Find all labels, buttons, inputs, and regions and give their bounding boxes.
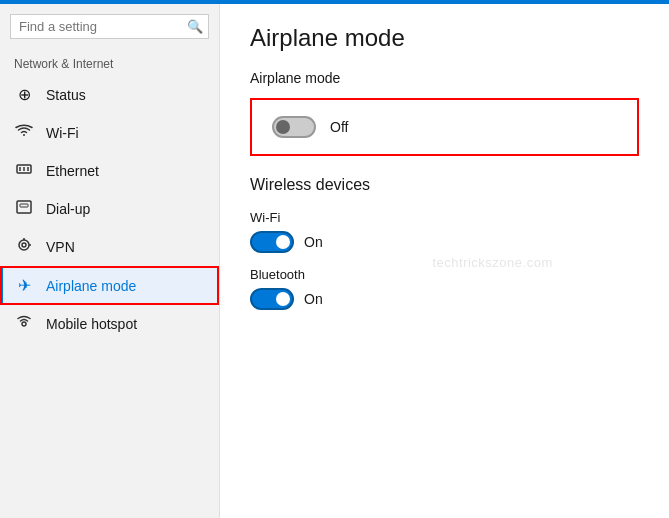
wifi-wireless-item: Wi-Fi On [250, 210, 639, 253]
sidebar-section-label: Network & Internet [0, 49, 219, 75]
sidebar-item-ethernet[interactable]: Ethernet [0, 152, 219, 190]
ethernet-icon [14, 162, 34, 180]
bluetooth-wireless-label: Bluetooth [250, 267, 639, 282]
wireless-section-title: Wireless devices [250, 176, 639, 194]
sidebar-item-label: Airplane mode [46, 278, 136, 294]
vpn-icon [14, 238, 34, 256]
bluetooth-toggle[interactable] [250, 288, 294, 310]
sidebar-item-label: Ethernet [46, 163, 99, 179]
sidebar-item-label: Status [46, 87, 86, 103]
page-title: Airplane mode [250, 24, 639, 52]
content-area: techtrickszone.com Airplane mode Airplan… [220, 4, 669, 518]
dialup-icon [14, 200, 34, 218]
airplane-toggle-section: Off [250, 98, 639, 156]
wifi-toggle-row: On [250, 231, 639, 253]
search-box[interactable]: 🔍 [10, 14, 209, 39]
svg-point-6 [19, 240, 29, 250]
wifi-wireless-label: Wi-Fi [250, 210, 639, 225]
wifi-toggle-label: On [304, 234, 323, 250]
search-icon: 🔍 [187, 19, 203, 34]
airplane-mode-toggle[interactable] [272, 116, 316, 138]
svg-rect-5 [20, 204, 28, 207]
bluetooth-toggle-thumb [276, 292, 290, 306]
airplane-toggle-label: Off [330, 119, 348, 135]
svg-point-10 [22, 322, 26, 326]
wifi-toggle[interactable] [250, 231, 294, 253]
airplane-icon: ✈ [14, 276, 34, 295]
bluetooth-toggle-row: On [250, 288, 639, 310]
svg-point-7 [22, 243, 26, 247]
wifi-icon [14, 124, 34, 142]
bluetooth-wireless-item: Bluetooth On [250, 267, 639, 310]
sidebar-item-hotspot[interactable]: Mobile hotspot [0, 305, 219, 343]
sidebar-item-label: Dial-up [46, 201, 90, 217]
airplane-section-title: Airplane mode [250, 70, 639, 86]
toggle-thumb [276, 120, 290, 134]
sidebar: 🔍 Network & Internet ⊕ Status Wi-Fi [0, 4, 220, 518]
sidebar-item-airplane[interactable]: ✈ Airplane mode [0, 266, 219, 305]
sidebar-item-label: Mobile hotspot [46, 316, 137, 332]
search-input[interactable] [19, 19, 187, 34]
bluetooth-toggle-label: On [304, 291, 323, 307]
sidebar-item-status[interactable]: ⊕ Status [0, 75, 219, 114]
sidebar-item-dialup[interactable]: Dial-up [0, 190, 219, 228]
sidebar-item-label: Wi-Fi [46, 125, 79, 141]
hotspot-icon [14, 315, 34, 333]
sidebar-item-vpn[interactable]: VPN [0, 228, 219, 266]
status-icon: ⊕ [14, 85, 34, 104]
wifi-toggle-thumb [276, 235, 290, 249]
sidebar-item-wifi[interactable]: Wi-Fi [0, 114, 219, 152]
sidebar-item-label: VPN [46, 239, 75, 255]
main-layout: 🔍 Network & Internet ⊕ Status Wi-Fi [0, 4, 669, 518]
